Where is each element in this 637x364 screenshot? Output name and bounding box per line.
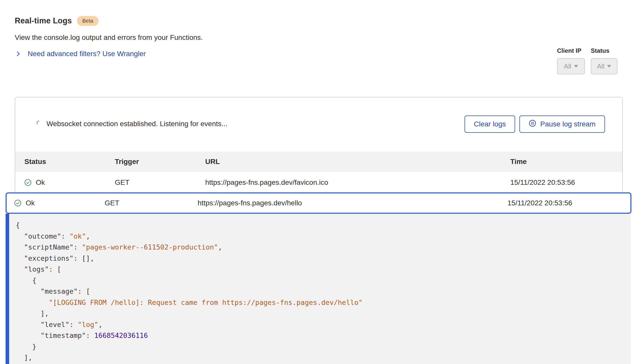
- client-ip-dropdown[interactable]: All: [557, 58, 585, 74]
- chevron-right-icon: [15, 51, 21, 57]
- check-circle-icon: [24, 179, 31, 186]
- client-ip-filter: Client IP All: [557, 47, 585, 74]
- row-time: 15/11/2022 20:53:56: [507, 199, 630, 207]
- log-json-output: { "outcome": "ok", "scriptName": "pages-…: [16, 220, 362, 363]
- log-filters: Client IP All Status All: [557, 47, 617, 74]
- pause-stream-label: Pause log stream: [540, 120, 596, 128]
- clear-logs-label: Clear logs: [474, 120, 506, 128]
- status-filter-label: Status: [591, 47, 617, 54]
- status-filter: Status All: [591, 47, 617, 74]
- column-header-url: URL: [205, 158, 510, 166]
- client-ip-selected-value: All: [564, 62, 571, 70]
- page-title: Real-time Logs: [15, 16, 72, 25]
- advanced-filters-wrangler-link[interactable]: Need advanced filters? Use Wrangler: [15, 50, 146, 58]
- stream-status-row: Websocket connection established. Listen…: [36, 120, 227, 128]
- log-table-row[interactable]: Ok GET https://pages-fns.pages.dev/favic…: [15, 172, 622, 193]
- row-trigger: GET: [105, 199, 198, 207]
- chevron-down-icon: [574, 65, 578, 68]
- row-url: https://pages-fns.pages.dev/favicon.ico: [205, 178, 510, 187]
- row-status-text: Ok: [36, 178, 45, 187]
- chevron-down-icon: [607, 65, 611, 68]
- pause-circle-icon: [529, 120, 536, 129]
- column-header-status: Status: [24, 158, 115, 166]
- wrangler-link-label: Need advanced filters? Use Wrangler: [28, 50, 146, 58]
- row-url: https://pages-fns.pages.dev/hello: [198, 199, 507, 207]
- clear-logs-button[interactable]: Clear logs: [465, 115, 515, 133]
- status-selected-value: All: [597, 62, 604, 70]
- table-header-row: Status Trigger URL Time: [15, 152, 622, 172]
- page-header: Real-time Logs Beta View the console.log…: [15, 15, 203, 58]
- row-time: 15/11/2022 20:53:56: [510, 178, 622, 187]
- beta-badge: Beta: [77, 16, 99, 26]
- selected-log-row[interactable]: Ok GET https://pages-fns.pages.dev/hello…: [6, 192, 631, 214]
- column-header-time: Time: [510, 158, 622, 166]
- log-detail-panel: { "outcome": "ok", "scriptName": "pages-…: [6, 214, 631, 364]
- status-dropdown[interactable]: All: [591, 58, 617, 74]
- client-ip-label: Client IP: [557, 47, 585, 54]
- pause-log-stream-button[interactable]: Pause log stream: [519, 115, 605, 133]
- row-status-text: Ok: [26, 199, 35, 207]
- column-header-trigger: Trigger: [115, 158, 205, 166]
- realtime-logs-page: Real-time Logs Beta View the console.log…: [0, 0, 637, 364]
- check-circle-icon: [14, 200, 21, 207]
- row-trigger: GET: [115, 178, 205, 187]
- loading-spinner-icon: [36, 120, 42, 128]
- websocket-status-text: Websocket connection established. Listen…: [46, 120, 227, 128]
- page-subtitle: View the console.log output and errors f…: [15, 33, 203, 42]
